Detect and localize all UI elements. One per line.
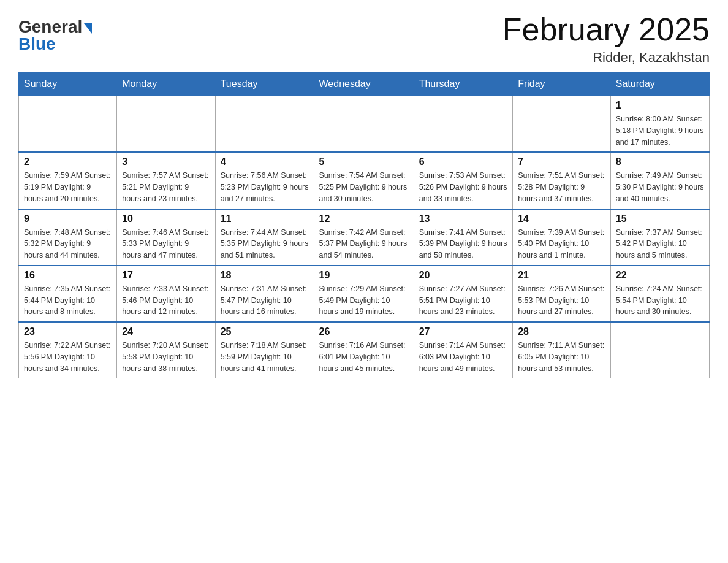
day-number: 21 bbox=[518, 270, 605, 281]
day-number: 16 bbox=[24, 270, 112, 281]
day-info: Sunrise: 7:44 AM Sunset: 5:35 PM Dayligh… bbox=[221, 227, 309, 261]
table-row: 21Sunrise: 7:26 AM Sunset: 5:53 PM Dayli… bbox=[513, 266, 611, 322]
table-row bbox=[117, 96, 215, 153]
weekday-header-row: Sunday Monday Tuesday Wednesday Thursday… bbox=[19, 72, 710, 96]
header-sunday: Sunday bbox=[19, 72, 117, 96]
table-row: 24Sunrise: 7:20 AM Sunset: 5:58 PM Dayli… bbox=[117, 322, 215, 378]
page-header: General Blue February 2025 Ridder, Kazak… bbox=[18, 12, 710, 66]
day-info: Sunrise: 7:29 AM Sunset: 5:49 PM Dayligh… bbox=[319, 283, 409, 318]
day-number: 7 bbox=[518, 156, 605, 167]
day-info: Sunrise: 7:41 AM Sunset: 5:39 PM Dayligh… bbox=[419, 227, 507, 261]
table-row: 19Sunrise: 7:29 AM Sunset: 5:49 PM Dayli… bbox=[314, 266, 414, 322]
calendar-week-row: 23Sunrise: 7:22 AM Sunset: 5:56 PM Dayli… bbox=[19, 322, 710, 378]
table-row: 28Sunrise: 7:11 AM Sunset: 6:05 PM Dayli… bbox=[513, 322, 611, 378]
day-info: Sunrise: 7:59 AM Sunset: 5:19 PM Dayligh… bbox=[24, 170, 112, 204]
day-info: Sunrise: 7:46 AM Sunset: 5:33 PM Dayligh… bbox=[122, 227, 210, 261]
day-info: Sunrise: 7:26 AM Sunset: 5:53 PM Dayligh… bbox=[518, 283, 605, 318]
calendar-week-row: 16Sunrise: 7:35 AM Sunset: 5:44 PM Dayli… bbox=[19, 266, 710, 322]
day-info: Sunrise: 7:56 AM Sunset: 5:23 PM Dayligh… bbox=[221, 170, 309, 204]
day-number: 11 bbox=[221, 213, 309, 224]
day-info: Sunrise: 7:48 AM Sunset: 5:32 PM Dayligh… bbox=[24, 227, 112, 261]
calendar-week-row: 1Sunrise: 8:00 AM Sunset: 5:18 PM Daylig… bbox=[19, 96, 710, 153]
day-number: 14 bbox=[518, 213, 605, 224]
day-info: Sunrise: 7:42 AM Sunset: 5:37 PM Dayligh… bbox=[319, 227, 409, 261]
table-row: 16Sunrise: 7:35 AM Sunset: 5:44 PM Dayli… bbox=[19, 266, 117, 322]
table-row bbox=[513, 96, 611, 153]
logo-general: General bbox=[18, 17, 82, 36]
day-info: Sunrise: 7:57 AM Sunset: 5:21 PM Dayligh… bbox=[122, 170, 210, 204]
day-number: 17 bbox=[122, 270, 210, 281]
day-number: 5 bbox=[319, 156, 409, 167]
day-number: 9 bbox=[24, 213, 112, 224]
table-row: 1Sunrise: 8:00 AM Sunset: 5:18 PM Daylig… bbox=[610, 96, 709, 153]
day-info: Sunrise: 7:33 AM Sunset: 5:46 PM Dayligh… bbox=[122, 283, 210, 318]
month-title: February 2025 bbox=[502, 12, 710, 47]
table-row: 5Sunrise: 7:54 AM Sunset: 5:25 PM Daylig… bbox=[314, 152, 414, 209]
location-title: Ridder, Kazakhstan bbox=[502, 50, 710, 66]
table-row: 26Sunrise: 7:16 AM Sunset: 6:01 PM Dayli… bbox=[314, 322, 414, 378]
day-info: Sunrise: 7:53 AM Sunset: 5:26 PM Dayligh… bbox=[419, 170, 507, 204]
day-info: Sunrise: 7:22 AM Sunset: 5:56 PM Dayligh… bbox=[24, 340, 112, 374]
table-row bbox=[414, 96, 512, 153]
day-number: 6 bbox=[419, 156, 507, 167]
table-row: 12Sunrise: 7:42 AM Sunset: 5:37 PM Dayli… bbox=[314, 209, 414, 266]
table-row: 15Sunrise: 7:37 AM Sunset: 5:42 PM Dayli… bbox=[610, 209, 709, 266]
day-info: Sunrise: 8:00 AM Sunset: 5:18 PM Dayligh… bbox=[616, 113, 704, 148]
day-info: Sunrise: 7:39 AM Sunset: 5:40 PM Dayligh… bbox=[518, 227, 605, 261]
header-thursday: Thursday bbox=[414, 72, 512, 96]
day-info: Sunrise: 7:24 AM Sunset: 5:54 PM Dayligh… bbox=[616, 283, 704, 318]
table-row: 9Sunrise: 7:48 AM Sunset: 5:32 PM Daylig… bbox=[19, 209, 117, 266]
table-row bbox=[610, 322, 709, 378]
table-row: 13Sunrise: 7:41 AM Sunset: 5:39 PM Dayli… bbox=[414, 209, 512, 266]
table-row: 17Sunrise: 7:33 AM Sunset: 5:46 PM Dayli… bbox=[117, 266, 215, 322]
day-number: 13 bbox=[419, 213, 507, 224]
day-number: 1 bbox=[616, 100, 704, 111]
day-number: 15 bbox=[616, 213, 704, 224]
header-saturday: Saturday bbox=[610, 72, 709, 96]
table-row: 4Sunrise: 7:56 AM Sunset: 5:23 PM Daylig… bbox=[215, 152, 314, 209]
day-info: Sunrise: 7:51 AM Sunset: 5:28 PM Dayligh… bbox=[518, 170, 605, 204]
calendar-table: Sunday Monday Tuesday Wednesday Thursday… bbox=[18, 72, 710, 378]
day-info: Sunrise: 7:35 AM Sunset: 5:44 PM Dayligh… bbox=[24, 283, 112, 318]
day-number: 24 bbox=[122, 326, 210, 337]
table-row: 3Sunrise: 7:57 AM Sunset: 5:21 PM Daylig… bbox=[117, 152, 215, 209]
day-number: 8 bbox=[616, 156, 704, 167]
table-row bbox=[215, 96, 314, 153]
day-number: 10 bbox=[122, 213, 210, 224]
table-row bbox=[19, 96, 117, 153]
table-row: 11Sunrise: 7:44 AM Sunset: 5:35 PM Dayli… bbox=[215, 209, 314, 266]
table-row: 14Sunrise: 7:39 AM Sunset: 5:40 PM Dayli… bbox=[513, 209, 611, 266]
table-row: 20Sunrise: 7:27 AM Sunset: 5:51 PM Dayli… bbox=[414, 266, 512, 322]
table-row bbox=[314, 96, 414, 153]
day-number: 18 bbox=[221, 270, 309, 281]
day-number: 20 bbox=[419, 270, 507, 281]
header-monday: Monday bbox=[117, 72, 215, 96]
day-number: 4 bbox=[221, 156, 309, 167]
table-row: 8Sunrise: 7:49 AM Sunset: 5:30 PM Daylig… bbox=[610, 152, 709, 209]
day-number: 23 bbox=[24, 326, 112, 337]
table-row: 22Sunrise: 7:24 AM Sunset: 5:54 PM Dayli… bbox=[610, 266, 709, 322]
logo: General Blue bbox=[18, 18, 92, 53]
day-info: Sunrise: 7:49 AM Sunset: 5:30 PM Dayligh… bbox=[616, 170, 704, 204]
day-number: 25 bbox=[221, 326, 309, 337]
table-row: 6Sunrise: 7:53 AM Sunset: 5:26 PM Daylig… bbox=[414, 152, 512, 209]
day-info: Sunrise: 7:18 AM Sunset: 5:59 PM Dayligh… bbox=[221, 340, 309, 374]
title-area: February 2025 Ridder, Kazakhstan bbox=[502, 12, 710, 66]
table-row: 18Sunrise: 7:31 AM Sunset: 5:47 PM Dayli… bbox=[215, 266, 314, 322]
table-row: 2Sunrise: 7:59 AM Sunset: 5:19 PM Daylig… bbox=[19, 152, 117, 209]
day-number: 27 bbox=[419, 326, 507, 337]
day-info: Sunrise: 7:11 AM Sunset: 6:05 PM Dayligh… bbox=[518, 340, 605, 374]
day-info: Sunrise: 7:27 AM Sunset: 5:51 PM Dayligh… bbox=[419, 283, 507, 318]
logo-blue: Blue bbox=[18, 36, 56, 53]
day-number: 19 bbox=[319, 270, 409, 281]
day-info: Sunrise: 7:20 AM Sunset: 5:58 PM Dayligh… bbox=[122, 340, 210, 374]
header-tuesday: Tuesday bbox=[215, 72, 314, 96]
table-row: 27Sunrise: 7:14 AM Sunset: 6:03 PM Dayli… bbox=[414, 322, 512, 378]
day-number: 28 bbox=[518, 326, 605, 337]
day-info: Sunrise: 7:14 AM Sunset: 6:03 PM Dayligh… bbox=[419, 340, 507, 374]
day-info: Sunrise: 7:37 AM Sunset: 5:42 PM Dayligh… bbox=[616, 227, 704, 261]
header-friday: Friday bbox=[513, 72, 611, 96]
table-row: 10Sunrise: 7:46 AM Sunset: 5:33 PM Dayli… bbox=[117, 209, 215, 266]
day-number: 22 bbox=[616, 270, 704, 281]
table-row: 25Sunrise: 7:18 AM Sunset: 5:59 PM Dayli… bbox=[215, 322, 314, 378]
